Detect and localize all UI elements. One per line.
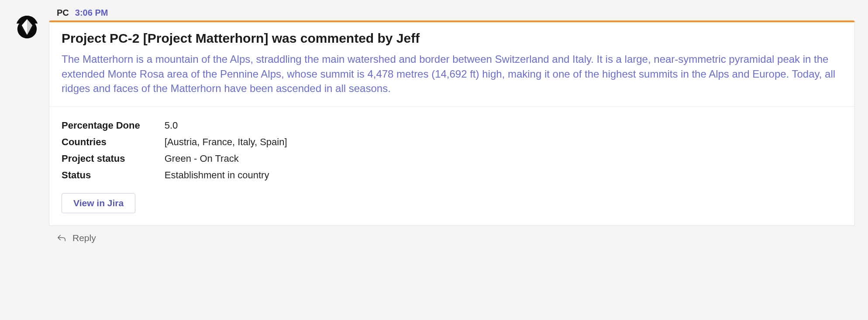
table-row: Status Establishment in country bbox=[62, 167, 287, 184]
reply-icon bbox=[57, 233, 66, 243]
field-value: Green - On Track bbox=[165, 150, 287, 167]
message-row: PC 3:06 PM Project PC-2 [Project Matterh… bbox=[13, 8, 855, 246]
field-value: [Austria, France, Italy, Spain] bbox=[165, 134, 287, 150]
field-label: Status bbox=[62, 167, 165, 184]
table-row: Project status Green - On Track bbox=[62, 150, 287, 167]
table-row: Percentage Done 5.0 bbox=[62, 117, 287, 134]
message-body: PC 3:06 PM Project PC-2 [Project Matterh… bbox=[49, 8, 855, 246]
message-timestamp: 3:06 PM bbox=[75, 8, 108, 18]
field-label: Countries bbox=[62, 134, 165, 150]
reply-button[interactable]: Reply bbox=[49, 226, 855, 246]
card-description[interactable]: The Matterhorn is a mountain of the Alps… bbox=[62, 52, 842, 96]
details-table: Percentage Done 5.0 Countries [Austria, … bbox=[62, 117, 287, 184]
app-avatar bbox=[13, 13, 41, 41]
reply-label: Reply bbox=[72, 233, 96, 243]
field-label: Percentage Done bbox=[62, 117, 165, 134]
sender-name: PC bbox=[57, 8, 69, 18]
card-details-section: Percentage Done 5.0 Countries [Austria, … bbox=[49, 107, 854, 225]
card-title: Project PC-2 [Project Matterhorn] was co… bbox=[62, 31, 842, 46]
notification-card: Project PC-2 [Project Matterhorn] was co… bbox=[49, 20, 855, 226]
view-in-jira-button[interactable]: View in Jira bbox=[62, 193, 135, 213]
field-label: Project status bbox=[62, 150, 165, 167]
field-value: Establishment in country bbox=[165, 167, 287, 184]
table-row: Countries [Austria, France, Italy, Spain… bbox=[62, 134, 287, 150]
field-value: 5.0 bbox=[165, 117, 287, 134]
message-meta: PC 3:06 PM bbox=[49, 8, 855, 18]
card-header-section: Project PC-2 [Project Matterhorn] was co… bbox=[49, 22, 854, 107]
mountain-icon bbox=[13, 13, 41, 41]
